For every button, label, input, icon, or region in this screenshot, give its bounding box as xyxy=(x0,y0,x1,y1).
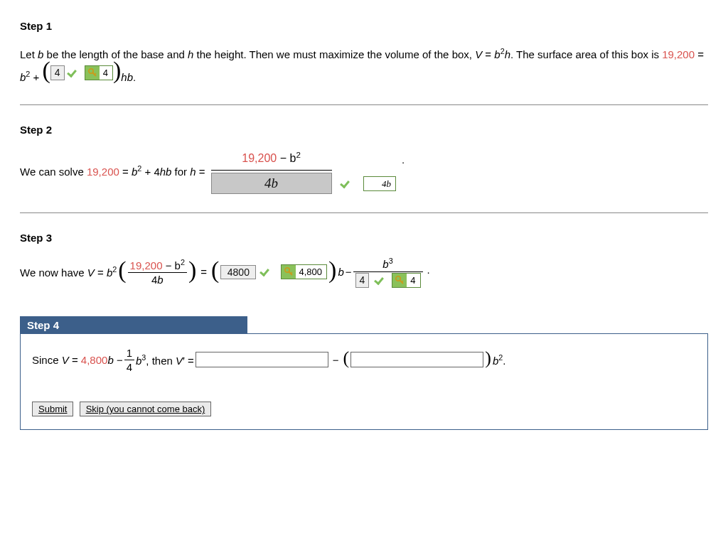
s3-text: We now have xyxy=(20,266,87,279)
step-3: Step 3 We now have V = b2 ( 19,200 − b2 … xyxy=(20,232,708,287)
s3-frac1-num: 19,200 − b2 xyxy=(128,258,187,272)
open-paren-icon: ( xyxy=(42,62,50,79)
open-paren-icon: ( xyxy=(211,262,219,279)
key-icon xyxy=(364,177,378,190)
step-4: Step 4 Since V = 4,800b − 1 4 b3, then V… xyxy=(20,316,708,431)
s1-text: the height. Then we must maximize the vo… xyxy=(193,48,475,60)
svg-line-5 xyxy=(291,272,292,274)
step-2: Step 2 We can solve 19,200 = b2 + 4hb fo… xyxy=(20,124,708,195)
skip-button[interactable]: Skip (you cannot come back) xyxy=(80,402,212,416)
step-1-title: Step 1 xyxy=(20,20,708,32)
key-icon xyxy=(392,274,407,287)
s2-text: We can solve xyxy=(20,166,87,178)
s4-input-1[interactable] xyxy=(196,352,328,367)
s2-eq: = xyxy=(119,166,132,178)
s1-b2: b xyxy=(494,48,500,60)
s3-V: V xyxy=(87,266,95,279)
s2-key[interactable]: 4b xyxy=(363,176,396,191)
s1-V: V xyxy=(475,48,482,60)
s3-fraction-1: 19,200 − b2 4b xyxy=(128,258,187,286)
s3-key-2[interactable]: 4 xyxy=(392,273,420,288)
s4-input-2[interactable] xyxy=(350,352,483,367)
divider xyxy=(20,104,708,105)
step-4-actions: Submit Skip (you cannot come back) xyxy=(32,402,696,416)
close-paren-icon: ) xyxy=(113,62,121,79)
svg-line-2 xyxy=(95,73,96,75)
s1-eq: = xyxy=(482,48,494,60)
key-icon xyxy=(85,66,100,80)
s4-fraction: 1 4 xyxy=(124,347,134,374)
s2-hb: hb xyxy=(160,166,172,178)
step-4-content: Since V = 4,800b − 1 4 b3, then V′ = − (… xyxy=(32,347,696,374)
s4-eq2: = xyxy=(185,355,194,367)
check-icon xyxy=(67,68,80,78)
s2-fraction: 19,200 − b2 4b xyxy=(211,149,332,195)
s3-frac1-den: 4b xyxy=(128,272,187,286)
svg-line-8 xyxy=(402,281,403,282)
s3-f2-b: b xyxy=(382,258,388,270)
step-1-content: Let b be the length of the base and h th… xyxy=(20,45,708,86)
step-3-title: Step 3 xyxy=(20,232,708,244)
s1-hb: hb xyxy=(121,70,133,82)
s1-text: Let xyxy=(20,48,38,60)
s1-text: . The surface area of this box is xyxy=(510,48,662,60)
s2-num-a: 19,200 xyxy=(242,152,277,164)
s3-key-1-val: 4,800 xyxy=(296,265,327,279)
s2-numerator: 19,200 − b2 xyxy=(211,149,332,171)
s3-eq2: = xyxy=(200,263,207,281)
s1-input-1[interactable]: 4 xyxy=(50,65,65,80)
s1-eq2: = xyxy=(695,48,704,60)
key-icon xyxy=(282,265,296,279)
s4-V: V xyxy=(62,354,69,366)
submit-button[interactable]: Submit xyxy=(32,402,73,416)
s1-h2: h xyxy=(505,48,510,60)
s2-text: + 4 xyxy=(141,166,159,178)
step-2-title: Step 2 xyxy=(20,124,708,136)
step-3-content: We now have V = b2 ( 19,200 − b2 4b ) = … xyxy=(20,257,708,287)
s2-for: for xyxy=(171,166,190,178)
s4-frac-num: 1 xyxy=(124,347,134,360)
s1-sa-value: 19,200 xyxy=(662,48,695,60)
s1-plus: + xyxy=(30,70,42,82)
step-2-content: We can solve 19,200 = b2 + 4hb for h = 1… xyxy=(20,149,708,195)
close-paren-icon: ) xyxy=(485,352,491,365)
close-paren-icon: ) xyxy=(328,262,336,279)
s2-num-b: − b xyxy=(277,152,296,164)
s2-eq2: = xyxy=(196,166,205,178)
s4-dot: . xyxy=(503,355,505,367)
s3-num-exp: 2 xyxy=(181,258,185,266)
s2-dot: . xyxy=(402,151,405,169)
s3-frac2-num: b3 xyxy=(353,257,423,271)
s3-eq: = xyxy=(95,266,107,279)
s4-Vp: V xyxy=(176,355,183,367)
s3-den-val: 4b xyxy=(151,274,164,286)
s2-denominator-input[interactable]: 4b xyxy=(211,173,332,194)
s3-num-b: − b xyxy=(162,259,180,271)
s1-dot: . xyxy=(133,70,136,82)
divider xyxy=(20,212,708,213)
s4-since: Since xyxy=(32,354,62,366)
check-icon xyxy=(374,275,387,286)
s3-frac2-den: 4 4 xyxy=(353,271,423,288)
s3-input-1[interactable]: 4800 xyxy=(220,265,256,280)
s3-key-2-val: 4 xyxy=(407,274,419,287)
s3-fraction-2: b3 4 4 xyxy=(353,257,423,287)
s2-num-exp: 2 xyxy=(296,151,300,159)
check-icon xyxy=(340,178,353,189)
s3-b-mid: b xyxy=(338,263,343,281)
s2-sa-value: 19,200 xyxy=(87,166,119,178)
s2-h: h xyxy=(190,166,196,178)
s4-frac-den: 4 xyxy=(124,360,134,373)
step-4-title-bar: Step 4 xyxy=(20,316,247,334)
s3-minus: − xyxy=(346,263,352,281)
s3-dot: . xyxy=(427,261,430,279)
s3-input-2[interactable]: 4 xyxy=(355,273,370,288)
s1-key-1[interactable]: 4 xyxy=(85,65,113,80)
s1-key-1-val: 4 xyxy=(100,66,112,80)
s3-key-1[interactable]: 4,800 xyxy=(281,264,328,279)
s2-key-val: 4b xyxy=(378,177,395,190)
s3-f2-exp: 3 xyxy=(389,257,393,265)
s3-num-a: 19,200 xyxy=(130,259,163,271)
s4-then: , then xyxy=(146,355,176,367)
check-icon xyxy=(259,266,272,277)
